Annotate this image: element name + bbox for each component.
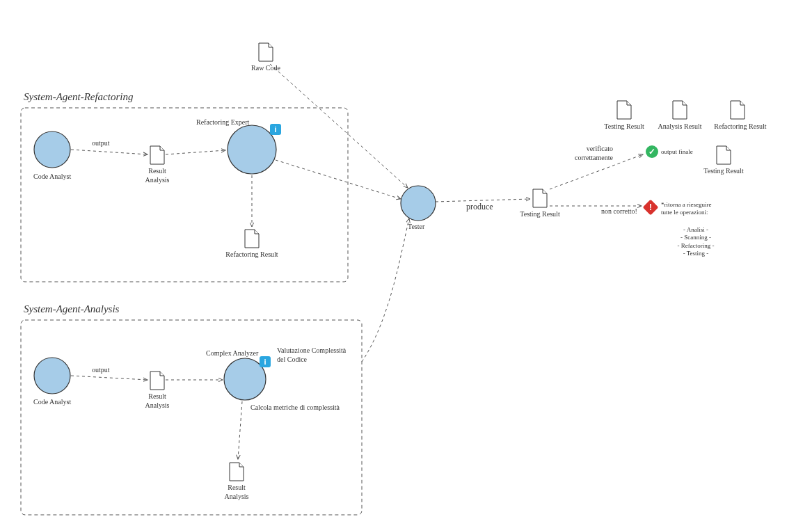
- node-code-analyst-bot: [34, 358, 70, 394]
- node-result-analysis-bot: [150, 372, 164, 390]
- edge-result-to-expert: [166, 150, 225, 154]
- node-code-analyst-top: [34, 131, 70, 168]
- node-out-refactoring: [731, 101, 745, 119]
- edge-rawcode-to-tester: [270, 64, 408, 188]
- label-output-bot: output: [92, 366, 110, 375]
- label-output-finale: output finale: [661, 148, 693, 156]
- node-refactoring-expert: [228, 125, 276, 174]
- label-out-analysis: Analysis Result: [658, 122, 701, 131]
- node-raw-code: [259, 43, 273, 61]
- diagram-canvas: i i ✓ !: [0, 0, 812, 519]
- node-out-analysis: [673, 101, 687, 119]
- label-code-analyst-bot: Code Analyst: [33, 398, 71, 407]
- label-out-testing2: Testing Result: [703, 167, 743, 176]
- edge-complex-to-result: [238, 401, 242, 459]
- label-refactoring-result: Refactoring Result: [225, 250, 278, 260]
- node-refactoring-result: [245, 230, 259, 248]
- label-testing-result: Testing Result: [520, 210, 559, 219]
- label-out-testing: Testing Result: [604, 122, 644, 131]
- node-out-testing2: [717, 146, 731, 164]
- label-code-analyst-top: Code Analyst: [33, 173, 71, 182]
- label-result-analysis-top: Result Analysis: [145, 167, 170, 184]
- label-output-top: output: [92, 139, 110, 148]
- svg-text:✓: ✓: [648, 147, 655, 157]
- group-refactoring: [21, 108, 348, 282]
- node-result-analysis-out: [230, 463, 244, 481]
- group-analysis-title: System-Agent-Analysis: [24, 303, 119, 316]
- label-complex-analyzer: Complex Analyzer: [206, 349, 258, 358]
- node-result-analysis-top: [150, 146, 164, 164]
- svg-text:i: i: [264, 358, 266, 366]
- label-verified: verificato correttamente: [575, 145, 613, 162]
- label-produce: produce: [466, 202, 493, 212]
- edge-output-bot: [71, 376, 148, 380]
- label-complex-sub: Calcola metriche di complessità: [250, 404, 340, 413]
- label-out-refactoring: Refactoring Result: [714, 122, 766, 131]
- label-retry-header: *ritorna a rieseguire tutte le operazion…: [661, 201, 711, 217]
- label-complex-info: Valutazione Complessità del Codice: [277, 346, 346, 364]
- label-result-analysis-out: Result Analysis: [225, 484, 249, 501]
- edge-analysis-to-tester: [362, 218, 409, 362]
- group-refactoring-title: System-Agent-Refactoring: [24, 90, 133, 104]
- node-out-testing: [617, 101, 631, 119]
- label-retry-list: - Analisi - - Scanning - - Refactoring -…: [678, 226, 715, 257]
- node-tester: [401, 186, 436, 221]
- label-not-correct: non corretto!: [601, 207, 637, 216]
- edge-expert-to-tester: [276, 160, 401, 199]
- edge-output-top: [71, 150, 148, 154]
- svg-text:!: !: [649, 202, 652, 212]
- label-refactoring-expert: Refactoring Expert: [196, 118, 249, 127]
- label-result-analysis-bot: Result Analysis: [145, 392, 170, 410]
- label-tester: Tester: [408, 223, 424, 232]
- label-raw-code: Raw Code: [251, 64, 280, 73]
- svg-text:i: i: [274, 125, 276, 134]
- node-testing-result: [533, 189, 547, 207]
